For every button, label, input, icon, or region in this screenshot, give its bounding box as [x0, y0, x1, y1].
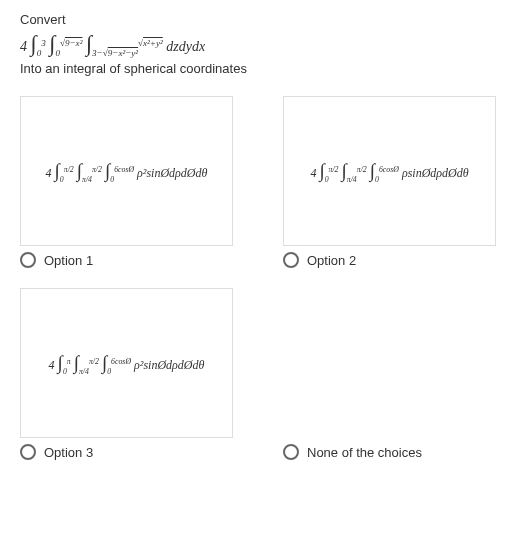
option-2-label: Option 2 — [307, 253, 356, 268]
option-4-row[interactable]: None of the choices — [283, 444, 496, 460]
radio-icon[interactable] — [20, 252, 36, 268]
convert-label: Convert — [20, 12, 496, 27]
option-1-formula: 4 ∫0π/2 ∫π/4π/2 ∫06cosØ ρ²sinØdρdØdθ — [46, 160, 208, 182]
option-3-formula: 4 ∫0π ∫π/4π/2 ∫06cosØ ρ²sinØdρdØdθ — [49, 352, 205, 374]
option-1-label: Option 1 — [44, 253, 93, 268]
option-2-card: 4 ∫0π/2 ∫π/4π/2 ∫06cosØ ρsinØdρdØdθ — [283, 96, 496, 246]
option-4-card — [283, 288, 496, 438]
option-3-label: Option 3 — [44, 445, 93, 460]
main-integral: 4 ∫03 ∫0√9−x² ∫3−√9−x²−y²√x²+y² dzdydx — [20, 31, 496, 57]
radio-icon[interactable] — [20, 444, 36, 460]
option-2-formula: 4 ∫0π/2 ∫π/4π/2 ∫06cosØ ρsinØdρdØdθ — [310, 160, 468, 182]
options-grid: 4 ∫0π/2 ∫π/4π/2 ∫06cosØ ρ²sinØdρdØdθ Opt… — [20, 96, 496, 472]
option-3-card: 4 ∫0π ∫π/4π/2 ∫06cosØ ρ²sinØdρdØdθ — [20, 288, 233, 438]
option-4-label: None of the choices — [307, 445, 422, 460]
option-2-row[interactable]: Option 2 — [283, 252, 496, 268]
radio-icon[interactable] — [283, 444, 299, 460]
option-1-card: 4 ∫0π/2 ∫π/4π/2 ∫06cosØ ρ²sinØdρdØdθ — [20, 96, 233, 246]
subtitle: Into an integral of spherical coordinate… — [20, 61, 496, 76]
option-1-row[interactable]: Option 1 — [20, 252, 233, 268]
option-3-row[interactable]: Option 3 — [20, 444, 233, 460]
radio-icon[interactable] — [283, 252, 299, 268]
question-header: Convert 4 ∫03 ∫0√9−x² ∫3−√9−x²−y²√x²+y² … — [20, 12, 496, 76]
